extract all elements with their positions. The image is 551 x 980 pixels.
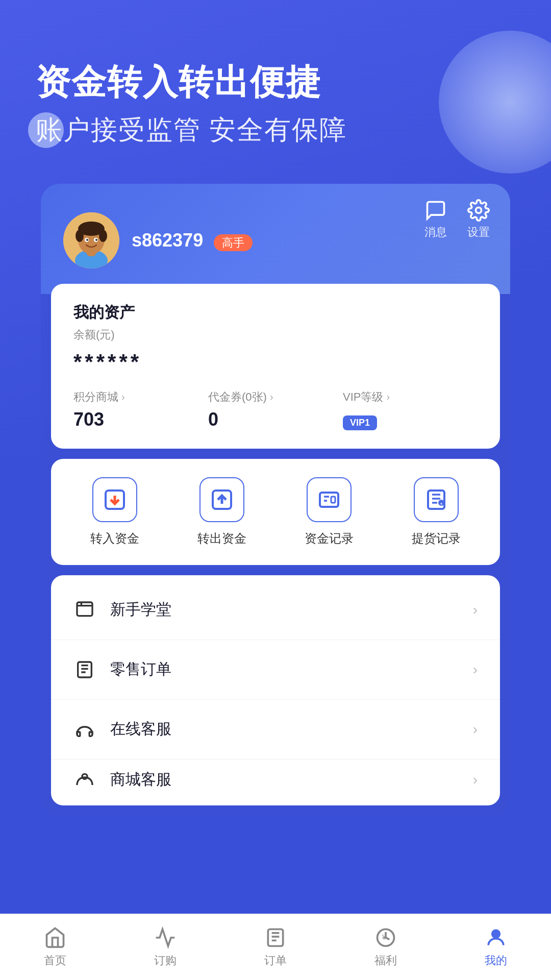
stat-vip-value: VIP1 — [343, 409, 478, 430]
nav-home-label: 首页 — [44, 953, 66, 968]
nav-order-label: 订购 — [154, 953, 177, 968]
assets-stats-row: 积分商城 › 703 代金券(0张) › 0 VIP等级 › — [73, 389, 478, 430]
stat-vouchers[interactable]: 代金券(0张) › 0 — [208, 389, 343, 430]
retail-chevron: › — [473, 662, 478, 678]
benefits-nav-icon: ¥ — [374, 926, 397, 949]
stat-vouchers-value: 0 — [208, 409, 343, 430]
action-transfer-out-label: 转出资金 — [197, 530, 246, 547]
action-transfer-in-label: 转入资金 — [90, 530, 139, 547]
service-icon — [73, 718, 96, 741]
menu-item-mall[interactable]: 商城客服 › — [51, 760, 500, 800]
level-badge: 高手 — [214, 234, 253, 251]
svg-rect-18 — [77, 602, 92, 616]
menu-item-beginner[interactable]: 新手学堂 › — [51, 580, 500, 640]
beginner-chevron: › — [473, 602, 478, 618]
stat-vip[interactable]: VIP等级 › VIP1 — [343, 389, 478, 430]
service-chevron: › — [473, 721, 478, 738]
mall-icon — [73, 769, 96, 791]
nav-orders[interactable]: 订单 — [220, 926, 331, 968]
mall-chevron: › — [473, 772, 478, 788]
mall-label: 商城客服 — [110, 769, 473, 790]
header-title: 资金转入转出便捷 — [36, 61, 515, 103]
assets-balance-label: 余额(元) — [73, 327, 478, 342]
username: s862379 — [132, 230, 203, 251]
svg-text:¥: ¥ — [382, 933, 387, 941]
menu-card: 新手学堂 › 零售订单 › — [51, 575, 500, 805]
transfer-in-icon-box — [92, 477, 137, 522]
nav-order[interactable]: 订购 — [110, 926, 220, 968]
action-delivery-records-label: 提货记录 — [412, 530, 461, 547]
svg-point-0 — [476, 207, 482, 213]
settings-icon — [467, 199, 490, 222]
svg-point-11 — [95, 239, 97, 241]
stat-points-chevron: › — [121, 391, 125, 403]
assets-title: 我的资产 — [73, 302, 478, 323]
fund-records-icon — [317, 487, 341, 512]
avatar-image — [63, 212, 119, 268]
action-delivery-records[interactable]: 提货记录 — [412, 477, 461, 547]
message-label: 消息 — [424, 225, 447, 240]
svg-point-7 — [99, 230, 107, 242]
top-icons-row: 消息 设置 — [424, 199, 490, 240]
header-subtitle: 账户接受监管 安全有保障 — [36, 112, 515, 148]
nav-benefits-label: 福利 — [374, 953, 397, 968]
actions-card: 转入资金 转出资金 — [51, 459, 500, 565]
menu-item-retail[interactable]: 零售订单 › — [51, 640, 500, 700]
fund-records-icon-box — [307, 477, 352, 522]
svg-point-6 — [76, 230, 84, 242]
order-nav-icon — [154, 926, 177, 949]
vip-badge: VIP1 — [343, 415, 377, 430]
stat-vip-label: VIP等级 › — [343, 389, 478, 405]
message-icon — [424, 199, 447, 222]
stat-vip-chevron: › — [386, 391, 390, 403]
retail-label: 零售订单 — [110, 659, 473, 680]
settings-button[interactable]: 设置 — [467, 199, 490, 240]
avatar — [63, 212, 119, 268]
svg-point-10 — [86, 239, 88, 241]
card-top: 消息 设置 — [41, 184, 510, 294]
action-transfer-in[interactable]: 转入资金 — [90, 477, 139, 547]
beginner-label: 新手学堂 — [110, 599, 473, 620]
header-section: 资金转入转出便捷 账户接受监管 安全有保障 — [0, 0, 551, 174]
action-fund-records-label: 资金记录 — [305, 530, 354, 547]
service-label: 在线客服 — [110, 719, 473, 740]
svg-rect-16 — [428, 491, 444, 509]
action-fund-records[interactable]: 资金记录 — [305, 477, 354, 547]
stat-vouchers-label: 代金券(0张) › — [208, 389, 343, 405]
delivery-records-icon — [424, 487, 448, 512]
svg-rect-15 — [331, 497, 335, 503]
action-transfer-out[interactable]: 转出资金 — [197, 477, 246, 547]
menu-item-service[interactable]: 在线客服 › — [51, 700, 500, 760]
assets-card: 我的资产 余额(元) ****** 积分商城 › 703 代金券(0张) › 0 — [51, 284, 500, 449]
stat-points-value: 703 — [73, 409, 208, 430]
message-button[interactable]: 消息 — [424, 199, 447, 240]
svg-point-24 — [492, 930, 500, 938]
nav-orders-label: 订单 — [264, 953, 287, 968]
orders-nav-icon — [264, 926, 287, 949]
nav-mine[interactable]: 我的 — [441, 926, 551, 968]
nav-home[interactable]: 首页 — [0, 926, 110, 968]
stat-points-label: 积分商城 › — [73, 389, 208, 405]
bottom-nav: 首页 订购 订单 ¥ 福利 我的 — [0, 914, 551, 980]
nav-benefits[interactable]: ¥ 福利 — [331, 926, 441, 968]
delivery-records-icon-box — [414, 477, 459, 522]
stat-points[interactable]: 积分商城 › 703 — [73, 389, 208, 430]
settings-label: 设置 — [467, 225, 490, 240]
stat-vouchers-chevron: › — [270, 391, 273, 403]
user-info: s862379 高手 — [132, 230, 253, 251]
nav-mine-label: 我的 — [485, 953, 507, 968]
transfer-out-icon — [210, 487, 234, 512]
mine-nav-icon — [485, 926, 507, 949]
transfer-in-icon — [103, 487, 127, 512]
retail-icon — [73, 658, 96, 681]
beginner-icon — [73, 599, 96, 621]
actions-row: 转入资金 转出资金 — [61, 477, 490, 547]
transfer-out-icon-box — [199, 477, 244, 522]
assets-balance-value: ****** — [73, 350, 478, 374]
main-card: 消息 设置 — [41, 184, 510, 816]
home-nav-icon — [44, 926, 66, 949]
